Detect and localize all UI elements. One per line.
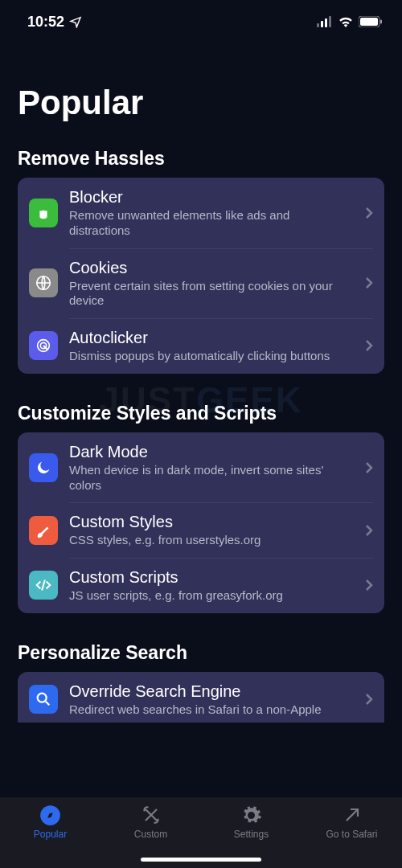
svg-rect-3	[329, 16, 331, 27]
row-text: Custom Styles CSS styles, e.g. from user…	[69, 512, 354, 548]
tab-label: Custom	[134, 829, 167, 840]
card-remove-hassles: Blocker Remove unwanted elements like ad…	[18, 178, 384, 374]
location-icon	[69, 15, 82, 28]
svg-rect-0	[317, 23, 319, 27]
row-text: Override Search Engine Redirect web sear…	[69, 682, 354, 718]
row-title: Custom Scripts	[69, 567, 354, 587]
row-subtitle: Redirect web searches in Safari to a non…	[69, 702, 354, 718]
chevron-right-icon	[365, 207, 373, 219]
row-subtitle: JS user scripts, e.g. from greasyfork.or…	[69, 588, 354, 604]
tab-label: Go to Safari	[326, 829, 377, 840]
row-text: Custom Scripts JS user scripts, e.g. fro…	[69, 567, 354, 604]
row-subtitle: Remove unwanted elements like ads and di…	[69, 208, 354, 239]
row-title: Dark Mode	[69, 442, 354, 461]
gear-icon	[240, 804, 262, 826]
tab-custom[interactable]: Custom	[100, 804, 201, 840]
tab-label: Settings	[234, 829, 269, 840]
row-subtitle: Prevent certain sites from setting cooki…	[69, 279, 354, 309]
time-text: 10:52	[27, 14, 64, 31]
row-override-search[interactable]: Override Search Engine Redirect web sear…	[18, 672, 384, 723]
row-custom-styles[interactable]: Custom Styles CSS styles, e.g. from user…	[18, 502, 384, 558]
row-dark-mode[interactable]: Dark Mode When device is in dark mode, i…	[18, 432, 384, 503]
row-title: Override Search Engine	[69, 682, 354, 701]
row-autoclicker[interactable]: Autoclicker Dismiss popups by automatica…	[18, 318, 384, 374]
section-title-remove-hassles: Remove Hassles	[0, 138, 402, 178]
svg-rect-2	[325, 18, 327, 27]
tab-go-to-safari[interactable]: Go to Safari	[302, 804, 402, 840]
svg-rect-1	[321, 21, 323, 27]
dark-mode-icon	[29, 453, 58, 482]
chevron-right-icon	[365, 461, 373, 474]
autoclicker-icon	[29, 331, 58, 360]
row-text: Dark Mode When device is in dark mode, i…	[69, 442, 354, 493]
section-title-customize: Customize Styles and Scripts	[0, 393, 402, 432]
chevron-right-icon	[365, 276, 373, 289]
cookies-icon	[29, 268, 58, 297]
custom-scripts-icon	[29, 571, 58, 600]
status-time: 10:52	[27, 14, 82, 31]
svg-rect-6	[380, 20, 382, 24]
row-subtitle: Dismiss popups by automatically clicking…	[69, 349, 354, 364]
compass-icon	[39, 804, 61, 826]
chevron-right-icon	[365, 579, 373, 592]
blocker-icon	[29, 199, 58, 227]
chevron-right-icon	[365, 339, 373, 352]
tab-settings[interactable]: Settings	[201, 804, 302, 840]
card-personalize: Override Search Engine Redirect web sear…	[18, 672, 384, 723]
svg-point-10	[38, 694, 47, 702]
arrow-up-right-icon	[343, 804, 362, 826]
row-blocker[interactable]: Blocker Remove unwanted elements like ad…	[18, 178, 384, 248]
row-custom-scripts[interactable]: Custom Scripts JS user scripts, e.g. fro…	[18, 558, 384, 613]
battery-icon	[359, 16, 383, 27]
row-title: Autoclicker	[69, 328, 354, 347]
cellular-icon	[317, 16, 333, 27]
row-text: Blocker Remove unwanted elements like ad…	[69, 187, 354, 239]
custom-styles-icon	[29, 516, 58, 545]
row-title: Cookies	[69, 258, 354, 277]
row-text: Autoclicker Dismiss popups by automatica…	[69, 328, 354, 364]
row-title: Blocker	[69, 187, 354, 207]
chevron-right-icon	[365, 693, 373, 706]
wifi-icon	[338, 16, 354, 27]
tab-label: Popular	[34, 829, 67, 840]
tools-icon	[140, 804, 162, 826]
row-title: Custom Styles	[69, 512, 354, 531]
row-text: Cookies Prevent certain sites from setti…	[69, 258, 354, 309]
page-title: Popular	[0, 39, 402, 138]
status-bar: 10:52	[0, 0, 402, 39]
row-cookies[interactable]: Cookies Prevent certain sites from setti…	[18, 248, 384, 319]
home-indicator[interactable]	[141, 858, 261, 862]
section-title-personalize: Personalize Search	[0, 633, 402, 672]
chevron-right-icon	[365, 524, 373, 537]
row-subtitle: CSS styles, e.g. from userstyles.org	[69, 533, 354, 548]
card-customize: Dark Mode When device is in dark mode, i…	[18, 432, 384, 613]
svg-point-12	[248, 813, 254, 818]
row-subtitle: When device is in dark mode, invert some…	[69, 463, 354, 493]
tab-popular[interactable]: Popular	[0, 804, 100, 840]
search-engine-icon	[29, 685, 58, 714]
svg-rect-5	[360, 18, 378, 26]
status-icons	[317, 16, 383, 27]
